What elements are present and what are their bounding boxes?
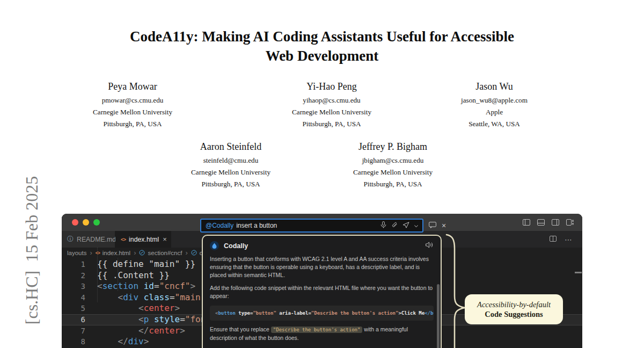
codally-panel: Codally Inserting a button that conforms…	[202, 235, 442, 348]
overview-ruler-mark	[575, 272, 582, 273]
breadcrumb-item[interactable]: layouts	[67, 250, 86, 256]
paper-title: CodeA11y: Making AI Coding Assistants Us…	[0, 27, 644, 66]
author-location: Seattle, WA, USA	[414, 118, 575, 130]
line-number: 2	[62, 270, 85, 281]
arxiv-watermark-text: [cs.HC] 15 Feb 2025	[22, 176, 41, 324]
author-name: Yi-Hao Peng	[251, 81, 412, 92]
line-number: 1	[62, 259, 85, 270]
author-affiliation: Carnegie Mellon University	[150, 166, 311, 178]
author-name: Jeffrey P. Bigham	[312, 141, 473, 153]
open-chat-editor-icon[interactable]	[429, 222, 436, 230]
author-email: pmowar@cs.cmu.edu	[52, 95, 213, 106]
editor-actions: ⋯	[550, 231, 573, 248]
author-email: yihaop@cs.cmu.edu	[251, 95, 412, 106]
breadcrumb-item[interactable]: index.html	[103, 250, 130, 256]
arxiv-watermark: [cs.HC] 15 Feb 2025	[2, 155, 24, 348]
author-location: Pittsburgh, PA, USA	[52, 118, 213, 130]
panel-scrollbar[interactable]	[437, 284, 440, 348]
author-email: steinfeld@cmu.edu	[150, 155, 311, 166]
author-block: Aaron Steinfeld steinfeld@cmu.edu Carneg…	[150, 141, 311, 190]
microphone-icon[interactable]	[380, 221, 386, 230]
close-icon[interactable]: ×	[442, 222, 446, 229]
breadcrumb-item[interactable]: section#cncf	[148, 250, 182, 256]
chevron-right-icon: ›	[185, 249, 187, 257]
callout-line1: Accessibility-by-default	[477, 300, 551, 309]
author-affiliation: Carnegie Mellon University	[52, 106, 213, 118]
annotation-callout: Accessibility-by-default Code Suggestion…	[465, 294, 563, 324]
quick-chat-window-actions: ×	[429, 219, 446, 233]
tab-label: README.md	[77, 236, 116, 243]
code-snippet-block[interactable]: <button type="button" aria-label="Descri…	[210, 306, 434, 321]
author-name: Peya Mowar	[52, 81, 213, 92]
zoom-window-button[interactable]	[93, 219, 100, 226]
info-icon: ⓘ	[67, 235, 74, 244]
symbol-icon	[139, 250, 145, 256]
toggle-secondary-sidebar-icon[interactable]	[552, 219, 559, 226]
attach-paperclip-icon[interactable]	[391, 222, 398, 230]
line-number: 6	[62, 314, 85, 325]
author-block: Jeffrey P. Bigham jbigham@cs.cmu.edu Car…	[312, 141, 473, 190]
html-file-icon: <>	[96, 250, 100, 256]
close-window-button[interactable]	[72, 219, 78, 226]
line-number: 8	[62, 336, 85, 347]
author-location: Pittsburgh, PA, USA	[251, 118, 412, 130]
line-number: 7	[62, 325, 85, 337]
author-location: Pittsburgh, PA, USA	[312, 178, 473, 190]
author-email: jbigham@cs.cmu.edu	[312, 155, 473, 166]
paper-title-line1: CodeA11y: Making AI Coding Assistants Us…	[0, 27, 644, 46]
chevron-down-icon[interactable]	[414, 222, 418, 229]
breadcrumb: layouts › <> index.html › section#cncf ›…	[67, 248, 214, 258]
window-controls	[72, 219, 100, 226]
paper-title-line2: Web Development	[0, 46, 644, 66]
quick-chat-input[interactable]: @Codally insert a button	[200, 219, 423, 233]
more-actions-icon[interactable]: ⋯	[565, 235, 573, 244]
tab-index-html[interactable]: <> index.html ×	[115, 231, 171, 248]
send-icon[interactable]	[402, 222, 409, 230]
customize-layout-icon[interactable]	[566, 219, 574, 226]
toggle-primary-sidebar-icon[interactable]	[523, 219, 530, 226]
author-affiliation: Carnegie Mellon University	[251, 106, 412, 118]
line-number: 3	[62, 281, 85, 292]
split-editor-icon[interactable]	[550, 236, 557, 243]
codally-avatar-icon	[210, 241, 219, 250]
author-location: Pittsburgh, PA, USA	[150, 178, 311, 190]
html-file-icon: <>	[121, 236, 126, 242]
symbol-icon	[191, 250, 197, 256]
chevron-right-icon: ›	[134, 249, 136, 257]
layout-controls	[523, 214, 574, 231]
codally-paragraph: Add the following code snippet within th…	[210, 284, 434, 300]
chat-query-text: insert a button	[236, 222, 277, 229]
toggle-panel-icon[interactable]	[537, 219, 545, 226]
tab-readme[interactable]: ⓘ README.md	[62, 231, 115, 248]
codally-title: Codally	[224, 242, 248, 250]
line-number: 4	[62, 292, 85, 303]
author-block: Jason Wu jason_wu8@apple.com Apple Seatt…	[414, 81, 575, 130]
author-name: Aaron Steinfeld	[150, 141, 311, 153]
minimize-window-button[interactable]	[83, 219, 89, 226]
author-block: Peya Mowar pmowar@cs.cmu.edu Carnegie Me…	[52, 81, 213, 130]
codally-paragraph: Ensure that you replace "Describe the bu…	[210, 325, 434, 342]
inline-code-chip: "Describe the button's action"	[271, 327, 363, 333]
chat-mention: @Codally	[206, 222, 233, 229]
speaker-icon[interactable]	[426, 242, 434, 250]
codally-header: Codally	[210, 241, 434, 250]
close-tab-icon[interactable]: ×	[163, 235, 167, 243]
author-name: Jason Wu	[414, 81, 575, 92]
quick-chat-actions	[380, 221, 418, 230]
author-block: Yi-Hao Peng yihaop@cs.cmu.edu Carnegie M…	[251, 81, 412, 130]
line-number: 5	[62, 303, 85, 314]
chevron-right-icon: ›	[90, 249, 92, 257]
author-affiliation: Carnegie Mellon University	[312, 166, 473, 178]
author-affiliation: Apple	[414, 106, 575, 118]
curly-brace-annotation	[443, 233, 468, 348]
callout-line2: Code Suggestions	[485, 309, 543, 319]
page: [cs.HC] 15 Feb 2025 CodeA11y: Making AI …	[0, 0, 644, 348]
vscode-window: ⓘ README.md <> index.html × ⋯ layouts › …	[62, 214, 582, 348]
tab-label: index.html	[129, 236, 159, 243]
paragraph-text: Ensure that you replace	[210, 326, 271, 332]
author-email: jason_wu8@apple.com	[414, 95, 575, 106]
codally-paragraph: Inserting a button that conforms with WC…	[210, 255, 434, 279]
